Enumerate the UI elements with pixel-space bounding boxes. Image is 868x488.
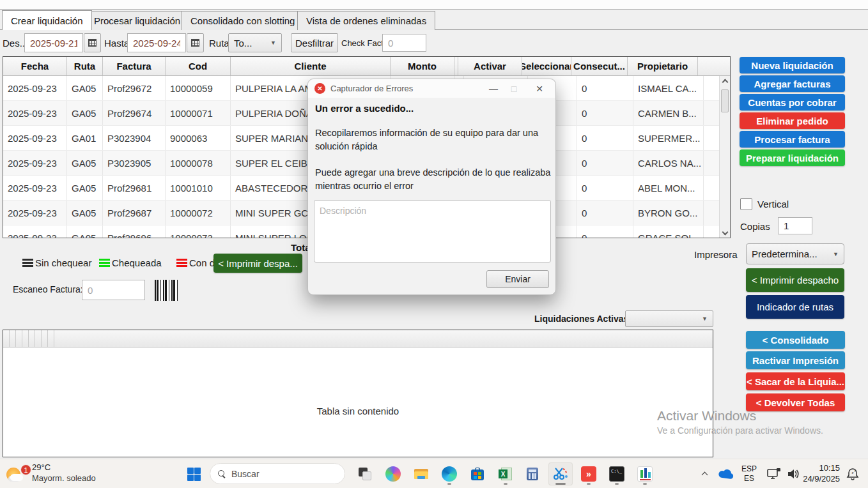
detail-table-header — [3, 330, 713, 347]
col-header-factura[interactable]: Factura — [103, 57, 166, 75]
col-header-monto[interactable]: Monto — [391, 57, 454, 75]
taskbar-search[interactable] — [210, 463, 345, 484]
cell-ruta: GA05 — [67, 176, 103, 200]
eliminar-pedido-button[interactable]: Eliminar pedido — [740, 112, 845, 129]
nueva-liquidacion-button[interactable]: Nueva liquidación — [740, 57, 845, 73]
minimize-button[interactable]: — — [485, 82, 502, 96]
vertical-label: Vertical — [757, 199, 789, 210]
copias-label: Copias — [740, 221, 770, 232]
close-icon[interactable]: ✕ — [531, 82, 548, 96]
cell-factura: P3023904 — [103, 126, 166, 150]
col-header-propietario[interactable]: Propietario — [628, 57, 698, 75]
tab-procesar-liquidacion[interactable]: Procesar liquidación — [85, 11, 189, 30]
calendar-icon — [88, 39, 97, 47]
indicador-de-rutas-button[interactable]: Indicador de rutas — [746, 295, 844, 319]
col-header-cod[interactable]: Cod — [166, 57, 231, 75]
tab-consolidado-slotting[interactable]: Consolidado con slotting — [182, 11, 304, 30]
table-scrollbar[interactable] — [719, 76, 730, 238]
desfiltrar-button[interactable]: Desfiltrar — [291, 33, 338, 52]
anydesk-icon[interactable]: » — [577, 462, 601, 485]
desde-date-input[interactable] — [24, 33, 83, 52]
edge-icon[interactable] — [437, 462, 461, 485]
preparar-liquidacion-button[interactable]: Preparar liquidación — [740, 149, 845, 166]
start-button[interactable] — [183, 463, 205, 485]
network-icon[interactable] — [764, 462, 784, 485]
tab-crear-liquidacion[interactable]: Crear liquidación — [2, 10, 92, 30]
legend-sin-chequear: Sin chequear — [22, 257, 91, 268]
escaneo-factura-input[interactable] — [82, 280, 145, 300]
imprimir-despacho-button[interactable]: < Imprimir despacho — [746, 268, 844, 292]
procesar-factura-button[interactable]: Procesar factura — [740, 131, 845, 148]
cuentas-por-cobrar-button[interactable]: Cuentas por cobrar — [740, 94, 845, 111]
hasta-calendar-button[interactable] — [187, 33, 204, 52]
col-header-ruta[interactable]: Ruta — [67, 57, 103, 75]
description-textarea[interactable] — [314, 200, 551, 263]
col-header-cliente[interactable]: Cliente — [231, 57, 391, 75]
hasta-date-input[interactable] — [127, 33, 186, 52]
impresora-dropdown[interactable]: Predetermina... ▼ — [746, 243, 844, 264]
tab-ordenes-eliminadas[interactable]: Vista de ordenes eliminadas — [297, 11, 435, 30]
desde-calendar-button[interactable] — [84, 33, 101, 52]
weather-sun-icon: 1 — [6, 466, 24, 484]
cell-extra — [704, 225, 719, 238]
cell-fecha: 2025-09-23 — [3, 76, 67, 100]
excel-icon[interactable]: X — [493, 462, 518, 485]
microsoft-store-icon[interactable] — [465, 462, 490, 485]
sacar-de-liquidacion-button[interactable]: < Sacar de la Liquia... — [746, 372, 845, 390]
notifications-bell-icon[interactable]: z z — [842, 462, 863, 485]
activate-windows-watermark-subtext: Ve a Configuración para activar Windows. — [657, 425, 823, 436]
ractivar-impresion-button[interactable]: Ractivar Impresión — [746, 351, 845, 369]
weather-widget[interactable]: 1 29°C Mayorm. soleado — [4, 461, 132, 487]
tray-chevron-up-icon[interactable] — [697, 462, 713, 485]
volume-icon[interactable] — [784, 462, 803, 485]
devolver-todas-button[interactable]: < Devolver Todas — [746, 393, 845, 411]
cell-fecha: 2025-09-23 — [3, 225, 67, 238]
imprimir-despacho-short-button[interactable]: < Imprimir despa... — [213, 254, 302, 273]
terminal-icon[interactable]: C:\_ — [605, 462, 629, 485]
scrollbar-thumb[interactable] — [721, 89, 729, 112]
ruta-dropdown[interactable]: To... ▼ — [228, 33, 282, 52]
escaneo-factura-label: Escaneo Factura: — [13, 284, 83, 294]
enviar-button[interactable]: Enviar — [486, 270, 549, 288]
dialog-titlebar[interactable]: ✕ Capturador de Errores — □ ✕ — [308, 79, 555, 98]
col-header-fecha[interactable]: Fecha — [3, 57, 67, 75]
cell-cod: 10000073 — [166, 225, 231, 238]
cell-propietario: ABEL MON... — [633, 176, 704, 200]
vertical-checkbox[interactable] — [740, 198, 752, 210]
task-view-icon[interactable] — [353, 462, 377, 485]
tray-time: 10:15 — [803, 463, 840, 474]
col-header-seleccionar[interactable]: Seleccionar — [522, 57, 571, 75]
col-header-extra — [698, 57, 730, 75]
dialog-text-line1: Recopilaremos información de su equipo p… — [315, 126, 553, 153]
scroll-down-icon[interactable] — [722, 229, 729, 236]
weather-temp: 29°C — [32, 462, 50, 472]
onedrive-cloud-icon[interactable] — [716, 462, 736, 485]
copias-input[interactable] — [778, 217, 812, 234]
clock[interactable]: 10:15 24/9/2025 — [803, 463, 840, 485]
language-line2: ES — [741, 474, 757, 484]
cell-propietario: BYRON GO... — [633, 201, 704, 225]
cell-ruta: GA05 — [67, 225, 103, 238]
dialog-title: Capturador de Errores — [330, 84, 413, 93]
tray-date: 24/9/2025 — [803, 474, 840, 485]
agregar-facturas-button[interactable]: Agregar facturas — [740, 75, 845, 92]
copilot-icon[interactable] — [381, 462, 405, 485]
scroll-up-icon[interactable] — [722, 79, 729, 86]
maximize-button[interactable]: □ — [506, 82, 522, 96]
cell-factura: Prof29681 — [103, 176, 166, 200]
language-indicator[interactable]: ESP ES — [738, 462, 760, 485]
snipping-tool-icon[interactable] — [548, 462, 573, 485]
col-header-consecutivo[interactable]: Consecut... — [571, 57, 628, 75]
liquidaciones-activas-dropdown[interactable]: ▼ — [625, 310, 713, 327]
file-explorer-icon[interactable] — [409, 462, 433, 485]
search-input[interactable] — [231, 469, 327, 479]
cell-fecha: 2025-09-23 — [3, 176, 67, 200]
calculator-icon[interactable] — [520, 462, 545, 485]
reporting-app-icon[interactable] — [633, 462, 657, 485]
ruta-dropdown-value: To... — [234, 38, 252, 49]
consolidado-button[interactable]: < Consolidado — [746, 331, 845, 349]
legend-label: Sin chequear — [35, 257, 91, 268]
check-fact-input[interactable] — [382, 34, 426, 52]
col-header-activar[interactable]: Activar — [458, 57, 522, 75]
barcode-icon — [155, 280, 178, 301]
